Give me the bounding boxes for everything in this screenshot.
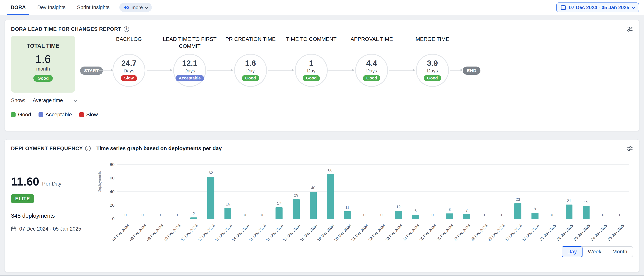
stage-label: MERGE TIME	[402, 36, 463, 54]
info-icon[interactable]: i	[85, 146, 90, 151]
bar[interactable]	[224, 208, 232, 219]
y-axis-label: Deployments	[97, 171, 102, 193]
bar-value-label: 0	[595, 213, 612, 217]
legend-swatch	[79, 112, 84, 117]
bar[interactable]	[583, 206, 590, 219]
stage-circle[interactable]: 3.9 Days Good	[416, 54, 449, 87]
lead-time-card: DORA LEAD TIME FOR CHANGES REPORT i TOTA…	[4, 20, 640, 131]
stage-badge: Good	[424, 75, 441, 81]
bar-value-label: 23	[510, 197, 526, 202]
stage-time-to-comment: TIME TO COMMENT 1 Day Good	[281, 36, 342, 87]
x-tick-label: 24 Dec 2024	[402, 223, 420, 242]
x-tick-label: 29 Dec 2024	[487, 223, 506, 242]
bar-value-label: 0	[237, 213, 253, 217]
y-tick-label: 0	[104, 216, 114, 221]
bar[interactable]	[566, 205, 573, 219]
settings-sliders-icon[interactable]	[626, 26, 633, 33]
x-tick-label: 04 Jan 2025	[590, 223, 608, 242]
bar-value-label: 0	[356, 213, 373, 217]
bar[interactable]	[310, 192, 317, 219]
x-tick-label: 23 Dec 2024	[384, 223, 403, 242]
info-icon[interactable]: i	[124, 26, 129, 32]
bar[interactable]	[395, 211, 402, 219]
x-tick-label: 03 Jan 2025	[573, 223, 591, 242]
gridline	[117, 178, 629, 178]
bar-value-label: 0	[492, 213, 509, 217]
granularity-week-button[interactable]: Week	[582, 246, 607, 257]
stage-circle[interactable]: 4.4 Days Good	[355, 54, 388, 87]
bar-value-label: 21	[561, 198, 578, 203]
bar-value-label: 2	[186, 211, 202, 216]
bar[interactable]	[276, 207, 282, 219]
x-tick-label: 18 Dec 2024	[299, 223, 318, 242]
settings-sliders-icon[interactable]	[626, 145, 633, 152]
bar[interactable]	[208, 177, 214, 219]
bar-value-label: 0	[544, 213, 560, 217]
date-range-value: 07 Dec 2024 - 05 Jan 2025	[569, 5, 630, 11]
bar-value-label: 0	[134, 213, 151, 217]
page-bottom-divider	[0, 275, 644, 276]
show-label: Show:	[11, 97, 25, 103]
bar-value-label: 19	[578, 200, 594, 204]
bar-value-label: 16	[220, 202, 236, 206]
x-tick-label: 11 Dec 2024	[180, 223, 199, 242]
bar[interactable]	[344, 211, 351, 219]
stage-backlog: BACKLOG 24.7 Days Slow	[98, 36, 159, 87]
elite-tier-badge: ELITE	[11, 194, 34, 203]
bar[interactable]	[327, 174, 334, 219]
bar-value-label: 0	[117, 213, 134, 217]
show-mode-dropdown[interactable]: Average time	[33, 97, 76, 103]
bar-value-label: 6	[408, 209, 424, 213]
bar-value-label: 12	[390, 205, 407, 209]
legend-item-acceptable: Acceptable	[38, 112, 72, 118]
granularity-day-button[interactable]: Day	[562, 246, 582, 257]
bar-value-label: 11	[339, 205, 356, 210]
y-tick-label: 60	[104, 176, 114, 181]
deployment-rate-unit: Per Day	[42, 181, 62, 187]
total-time-box: TOTAL TIME 1.6 month Good	[11, 36, 75, 93]
x-tick-label: 26 Dec 2024	[436, 223, 454, 242]
bar-value-label: 66	[322, 168, 338, 172]
x-tick-label: 12 Dec 2024	[197, 223, 216, 242]
bar[interactable]	[532, 213, 538, 219]
lead-time-flow: START BACKLOG 24.7 Days Slow LEAD TIME T…	[75, 36, 633, 93]
stage-label: BACKLOG	[98, 36, 159, 54]
date-range-picker[interactable]: 07 Dec 2024 - 05 Jan 2025	[556, 3, 639, 12]
y-tick-label: 80	[104, 162, 114, 167]
stage-circle[interactable]: 24.7 Days Slow	[112, 54, 145, 87]
bar[interactable]	[446, 213, 453, 219]
x-tick-label: 01 Jan 2025	[538, 223, 557, 242]
bar[interactable]	[412, 215, 419, 219]
stage-circle[interactable]: 1 Day Good	[295, 54, 328, 87]
bar[interactable]	[463, 214, 470, 219]
tab-sprint-insights[interactable]: Sprint Insights	[71, 0, 115, 15]
total-time-value: 1.6	[11, 53, 75, 65]
x-tick-label: 07 Dec 2024	[112, 223, 130, 242]
x-tick-label: 27 Dec 2024	[453, 223, 472, 242]
stage-circle[interactable]: 12.1 Days Acceptable	[173, 54, 206, 87]
bar-value-label: 17	[271, 201, 287, 206]
granularity-toggle: Day Week Month	[98, 246, 633, 257]
x-tick-label: 22 Dec 2024	[367, 223, 386, 242]
bar[interactable]	[190, 217, 197, 219]
granularity-month-button[interactable]: Month	[606, 246, 633, 257]
total-time-label: TOTAL TIME	[11, 43, 75, 49]
deployment-date-range: 07 Dec 2024 - 05 Jan 2025	[11, 226, 98, 232]
x-tick-label: 10 Dec 2024	[163, 223, 182, 242]
chevron-down-icon	[144, 5, 148, 9]
more-label: more	[132, 5, 143, 11]
y-tick-label: 40	[104, 189, 114, 194]
bar[interactable]	[292, 199, 300, 219]
bar-value-label: 8	[441, 207, 458, 212]
x-tick-label: 28 Dec 2024	[470, 223, 488, 242]
stage-circle[interactable]: 1.6 Day Good	[234, 54, 267, 87]
nav-tabs: DORA Dev Insights Sprint Insights	[5, 0, 115, 15]
legend-item-good: Good	[11, 112, 31, 118]
chart-title: Time series graph based on deployments p…	[96, 146, 222, 152]
tab-dev-insights[interactable]: Dev Insights	[32, 0, 71, 15]
bar[interactable]	[514, 203, 522, 219]
bar-value-label: 0	[476, 213, 492, 217]
x-tick-label: 19 Dec 2024	[316, 223, 335, 242]
more-tabs-dropdown[interactable]: +3 more	[119, 3, 152, 12]
tab-dora[interactable]: DORA	[5, 0, 32, 15]
